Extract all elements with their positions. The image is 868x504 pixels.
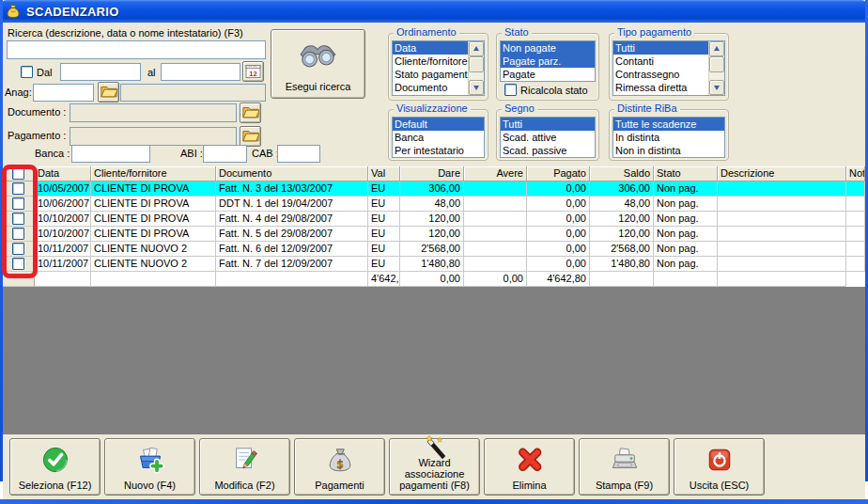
row-checkbox[interactable] <box>12 182 24 195</box>
table-row[interactable]: 10/11/2007CLIENTE NUOVO 2Fatt. N. 7 del … <box>3 257 865 272</box>
list-item-per-intestatario[interactable]: Per intestatario <box>393 144 484 157</box>
list-item-non-pagate[interactable]: Non pagate <box>501 41 595 55</box>
list-item-non-in-distinta[interactable]: Non in distinta <box>613 144 724 157</box>
list-item-contanti[interactable]: Contanti <box>613 55 709 68</box>
search-input[interactable] <box>7 40 266 59</box>
cell <box>846 227 865 242</box>
row-select-cell[interactable] <box>3 227 35 242</box>
cell: 10/10/2007 <box>35 227 91 242</box>
uscita-esc-button[interactable]: Uscita (ESC) <box>674 438 765 496</box>
row-checkbox[interactable] <box>12 213 24 225</box>
esegui-ricerca-button[interactable]: Esegui ricerca <box>271 29 365 99</box>
banca-input[interactable] <box>71 145 150 163</box>
column-header-stato[interactable]: Stato <box>654 166 718 181</box>
cab-input[interactable] <box>277 145 320 163</box>
dal-checkbox[interactable] <box>21 66 33 78</box>
anag-lookup-button[interactable] <box>98 82 119 102</box>
list-item-documento[interactable]: Documento <box>393 81 469 94</box>
column-header-documento[interactable]: Documento <box>216 166 368 181</box>
table-row[interactable]: 10/10/2007CLIENTE DI PROVAFatt. N. 5 del… <box>3 227 865 242</box>
listbox-scrollbar[interactable] <box>468 41 484 95</box>
column-header-note[interactable]: Note <box>846 166 865 181</box>
list-item-tutte-le-scadenze[interactable]: Tutte le scadenze <box>613 118 724 131</box>
row-select-cell[interactable] <box>3 257 35 272</box>
list-item-scad-passive[interactable]: Scad. passive <box>501 144 595 157</box>
nuovo-f4-button[interactable]: Nuovo (F4) <box>104 438 195 496</box>
column-header-dare[interactable]: Dare <box>400 166 464 181</box>
scroll-down-button[interactable] <box>709 80 724 95</box>
list-item-banca[interactable]: Banca <box>393 131 484 144</box>
ricalcola-stato-checkbox[interactable] <box>504 84 517 96</box>
column-header-saldo[interactable]: Saldo <box>590 166 654 181</box>
list-item-default[interactable]: Default <box>393 118 484 131</box>
row-select-cell[interactable] <box>3 181 35 197</box>
list-item-data[interactable]: Data <box>393 41 469 55</box>
al-label: al <box>147 67 156 78</box>
distinte-riba-listbox[interactable]: Tutte le scadenzeIn distintaNon in disti… <box>612 117 725 158</box>
list-item-pagate[interactable]: Pagate <box>501 68 595 81</box>
list-item-in-distinta[interactable]: In distinta <box>613 131 724 144</box>
stampa-f9-button[interactable]: Stampa (F9) <box>579 438 670 496</box>
seleziona-f12-button[interactable]: Seleziona (F12) <box>9 438 101 496</box>
list-item-contrassegno[interactable]: Contrassegno <box>613 68 709 81</box>
select-all-header-cell[interactable] <box>3 166 35 181</box>
scroll-up-button[interactable] <box>709 41 724 56</box>
row-checkbox[interactable] <box>12 258 24 270</box>
list-item-cliente-fornitore[interactable]: Cliente/fornitore <box>393 55 469 68</box>
column-header-data[interactable]: Data <box>35 166 91 181</box>
row-checkbox[interactable] <box>12 197 24 210</box>
column-header-avere[interactable]: Avere <box>464 166 527 181</box>
row-checkbox[interactable] <box>12 243 24 255</box>
cell: 48,00 <box>590 197 654 212</box>
list-item-tutti[interactable]: Tutti <box>501 118 595 131</box>
tipo-pagamento-listbox[interactable]: TuttiContantiContrassegnoRimessa diretta <box>612 40 725 96</box>
cell <box>718 197 846 212</box>
visualizzazione-listbox[interactable]: DefaultBancaPer intestatario <box>392 117 485 158</box>
date-from-input[interactable] <box>60 63 141 81</box>
table-totals-row[interactable]: 4'642,800,000,004'642,80 <box>3 272 865 287</box>
list-item-pagate-parz[interactable]: Pagate parz. <box>501 55 595 68</box>
list-item-rimessa-diretta[interactable]: Rimessa diretta <box>613 81 709 94</box>
row-checkbox[interactable] <box>12 228 24 240</box>
modifica-f2-button[interactable]: Modifica (F2) <box>199 438 290 496</box>
scrollbar-track[interactable] <box>469 72 484 80</box>
scrollbar-thumb[interactable] <box>469 56 484 72</box>
scrollbar-thumb[interactable] <box>709 56 724 72</box>
row-select-cell[interactable] <box>3 197 35 212</box>
column-header-val[interactable]: Val <box>368 166 400 181</box>
row-select-cell[interactable] <box>3 212 35 227</box>
table-row[interactable]: 10/05/2007CLIENTE DI PROVAFatt. N. 3 del… <box>3 181 865 197</box>
pagamento-lookup-button[interactable] <box>240 126 261 147</box>
row-select-cell[interactable] <box>3 242 35 257</box>
documento-lookup-button[interactable] <box>240 102 261 123</box>
anag-code-input[interactable] <box>33 84 94 102</box>
date-to-input[interactable] <box>161 63 240 81</box>
list-item-stato-pagamento[interactable]: Stato pagamento <box>393 68 469 81</box>
search-label: Ricerca (descrizione, data o nome intest… <box>8 27 243 39</box>
elimina-button[interactable]: Elimina <box>484 438 575 496</box>
listbox-scrollbar[interactable] <box>708 41 724 95</box>
table-row[interactable]: 10/10/2007CLIENTE DI PROVAFatt. N. 4 del… <box>3 212 865 227</box>
cell: EU <box>368 212 400 227</box>
list-item-scad-attive[interactable]: Scad. attive <box>501 131 595 144</box>
calendar-button[interactable]: 12 <box>242 61 264 82</box>
scrollbar-track[interactable] <box>709 72 724 80</box>
list-item-tutti[interactable]: Tutti <box>613 41 709 55</box>
scroll-up-button[interactable] <box>469 41 484 56</box>
table-row[interactable]: 10/11/2007CLIENTE NUOVO 2Fatt. N. 6 del … <box>3 242 865 257</box>
table-row[interactable]: 10/06/2007CLIENTE DI PROVADDT N. 1 del 1… <box>3 197 865 212</box>
segno-listbox[interactable]: TuttiScad. attiveScad. passive <box>500 117 596 158</box>
wizard-associazione-pagamenti-f8-button[interactable]: Wizard associazione pagamenti (F8) <box>389 438 480 496</box>
stato-listbox[interactable]: Non pagatePagate parz.Pagate <box>500 40 596 82</box>
abi-input[interactable] <box>203 145 247 163</box>
delete-x-icon <box>516 439 544 480</box>
pagamenti-button[interactable]: $Pagamenti <box>294 438 385 496</box>
ordinamento-listbox[interactable]: DataCliente/fornitoreStato pagamentoDocu… <box>392 40 485 96</box>
column-header-descrizione[interactable]: Descrizione <box>718 166 846 181</box>
column-header-cliente-fornitore[interactable]: Cliente/fornitore <box>91 166 216 181</box>
column-header-pagato[interactable]: Pagato <box>527 166 590 181</box>
row-select-cell[interactable] <box>3 272 35 287</box>
select-all-checkbox[interactable] <box>12 167 24 180</box>
scroll-down-button[interactable] <box>469 80 484 95</box>
cell: Fatt. N. 3 del 13/03/2007 <box>216 181 368 197</box>
